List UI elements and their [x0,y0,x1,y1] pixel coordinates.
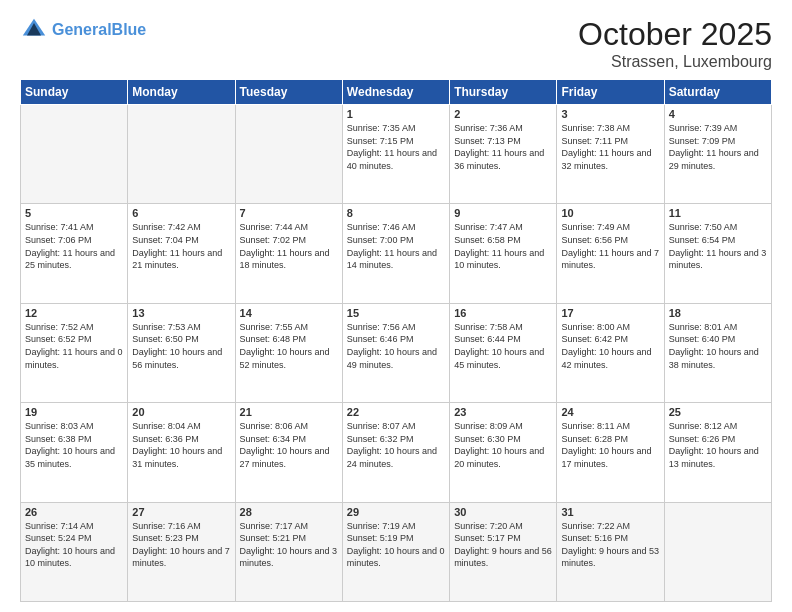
day-info: Sunrise: 7:58 AM Sunset: 6:44 PM Dayligh… [454,321,552,371]
day-info: Sunrise: 8:04 AM Sunset: 6:36 PM Dayligh… [132,420,230,470]
day-number: 8 [347,207,445,219]
day-number: 28 [240,506,338,518]
day-info: Sunrise: 8:01 AM Sunset: 6:40 PM Dayligh… [669,321,767,371]
calendar-day-cell: 21Sunrise: 8:06 AM Sunset: 6:34 PM Dayli… [235,403,342,502]
day-number: 11 [669,207,767,219]
day-number: 14 [240,307,338,319]
day-info: Sunrise: 7:47 AM Sunset: 6:58 PM Dayligh… [454,221,552,271]
day-number: 25 [669,406,767,418]
calendar-day-cell: 20Sunrise: 8:04 AM Sunset: 6:36 PM Dayli… [128,403,235,502]
calendar-day-cell: 7Sunrise: 7:44 AM Sunset: 7:02 PM Daylig… [235,204,342,303]
logo-text: GeneralBlue [52,21,146,39]
day-number: 4 [669,108,767,120]
day-number: 10 [561,207,659,219]
calendar-day-cell: 30Sunrise: 7:20 AM Sunset: 5:17 PM Dayli… [450,502,557,601]
weekday-header: Monday [128,80,235,105]
header: GeneralBlue October 2025 Strassen, Luxem… [20,16,772,71]
page: GeneralBlue October 2025 Strassen, Luxem… [0,0,792,612]
calendar-day-cell [664,502,771,601]
day-number: 5 [25,207,123,219]
day-number: 6 [132,207,230,219]
day-info: Sunrise: 7:41 AM Sunset: 7:06 PM Dayligh… [25,221,123,271]
day-info: Sunrise: 7:38 AM Sunset: 7:11 PM Dayligh… [561,122,659,172]
day-number: 24 [561,406,659,418]
calendar-day-cell: 9Sunrise: 7:47 AM Sunset: 6:58 PM Daylig… [450,204,557,303]
weekday-header: Thursday [450,80,557,105]
calendar-day-cell: 4Sunrise: 7:39 AM Sunset: 7:09 PM Daylig… [664,105,771,204]
day-info: Sunrise: 7:50 AM Sunset: 6:54 PM Dayligh… [669,221,767,271]
day-info: Sunrise: 8:06 AM Sunset: 6:34 PM Dayligh… [240,420,338,470]
day-number: 31 [561,506,659,518]
day-info: Sunrise: 7:55 AM Sunset: 6:48 PM Dayligh… [240,321,338,371]
calendar-day-cell: 6Sunrise: 7:42 AM Sunset: 7:04 PM Daylig… [128,204,235,303]
calendar-day-cell: 3Sunrise: 7:38 AM Sunset: 7:11 PM Daylig… [557,105,664,204]
day-info: Sunrise: 8:07 AM Sunset: 6:32 PM Dayligh… [347,420,445,470]
day-number: 23 [454,406,552,418]
calendar-week-row: 5Sunrise: 7:41 AM Sunset: 7:06 PM Daylig… [21,204,772,303]
day-number: 21 [240,406,338,418]
weekday-header: Wednesday [342,80,449,105]
calendar-week-row: 1Sunrise: 7:35 AM Sunset: 7:15 PM Daylig… [21,105,772,204]
calendar-day-cell: 27Sunrise: 7:16 AM Sunset: 5:23 PM Dayli… [128,502,235,601]
day-info: Sunrise: 7:17 AM Sunset: 5:21 PM Dayligh… [240,520,338,570]
day-info: Sunrise: 7:46 AM Sunset: 7:00 PM Dayligh… [347,221,445,271]
calendar-day-cell: 23Sunrise: 8:09 AM Sunset: 6:30 PM Dayli… [450,403,557,502]
day-info: Sunrise: 7:53 AM Sunset: 6:50 PM Dayligh… [132,321,230,371]
calendar-title: October 2025 [578,16,772,53]
day-info: Sunrise: 7:19 AM Sunset: 5:19 PM Dayligh… [347,520,445,570]
calendar-day-cell [21,105,128,204]
logo-icon [20,16,48,44]
day-info: Sunrise: 7:42 AM Sunset: 7:04 PM Dayligh… [132,221,230,271]
calendar-header-row: SundayMondayTuesdayWednesdayThursdayFrid… [21,80,772,105]
day-info: Sunrise: 8:11 AM Sunset: 6:28 PM Dayligh… [561,420,659,470]
calendar-day-cell: 11Sunrise: 7:50 AM Sunset: 6:54 PM Dayli… [664,204,771,303]
calendar-subtitle: Strassen, Luxembourg [578,53,772,71]
day-info: Sunrise: 7:14 AM Sunset: 5:24 PM Dayligh… [25,520,123,570]
logo-line1: General [52,21,112,38]
calendar-day-cell: 5Sunrise: 7:41 AM Sunset: 7:06 PM Daylig… [21,204,128,303]
logo-line2: Blue [112,21,147,38]
day-info: Sunrise: 7:39 AM Sunset: 7:09 PM Dayligh… [669,122,767,172]
day-number: 26 [25,506,123,518]
day-info: Sunrise: 7:20 AM Sunset: 5:17 PM Dayligh… [454,520,552,570]
calendar-day-cell [128,105,235,204]
calendar-day-cell: 2Sunrise: 7:36 AM Sunset: 7:13 PM Daylig… [450,105,557,204]
day-info: Sunrise: 7:52 AM Sunset: 6:52 PM Dayligh… [25,321,123,371]
day-number: 19 [25,406,123,418]
calendar-day-cell [235,105,342,204]
day-number: 9 [454,207,552,219]
day-number: 18 [669,307,767,319]
day-info: Sunrise: 7:56 AM Sunset: 6:46 PM Dayligh… [347,321,445,371]
calendar-day-cell: 15Sunrise: 7:56 AM Sunset: 6:46 PM Dayli… [342,303,449,402]
calendar-day-cell: 8Sunrise: 7:46 AM Sunset: 7:00 PM Daylig… [342,204,449,303]
calendar-day-cell: 1Sunrise: 7:35 AM Sunset: 7:15 PM Daylig… [342,105,449,204]
calendar-day-cell: 29Sunrise: 7:19 AM Sunset: 5:19 PM Dayli… [342,502,449,601]
day-number: 2 [454,108,552,120]
day-number: 29 [347,506,445,518]
weekday-header: Friday [557,80,664,105]
day-info: Sunrise: 8:12 AM Sunset: 6:26 PM Dayligh… [669,420,767,470]
day-number: 1 [347,108,445,120]
day-info: Sunrise: 7:49 AM Sunset: 6:56 PM Dayligh… [561,221,659,271]
calendar-day-cell: 17Sunrise: 8:00 AM Sunset: 6:42 PM Dayli… [557,303,664,402]
calendar-week-row: 26Sunrise: 7:14 AM Sunset: 5:24 PM Dayli… [21,502,772,601]
day-number: 17 [561,307,659,319]
day-number: 30 [454,506,552,518]
day-info: Sunrise: 7:22 AM Sunset: 5:16 PM Dayligh… [561,520,659,570]
day-number: 20 [132,406,230,418]
calendar-day-cell: 10Sunrise: 7:49 AM Sunset: 6:56 PM Dayli… [557,204,664,303]
day-number: 3 [561,108,659,120]
day-info: Sunrise: 7:35 AM Sunset: 7:15 PM Dayligh… [347,122,445,172]
calendar-day-cell: 16Sunrise: 7:58 AM Sunset: 6:44 PM Dayli… [450,303,557,402]
calendar-day-cell: 24Sunrise: 8:11 AM Sunset: 6:28 PM Dayli… [557,403,664,502]
title-block: October 2025 Strassen, Luxembourg [578,16,772,71]
calendar-day-cell: 22Sunrise: 8:07 AM Sunset: 6:32 PM Dayli… [342,403,449,502]
calendar-day-cell: 12Sunrise: 7:52 AM Sunset: 6:52 PM Dayli… [21,303,128,402]
weekday-header: Saturday [664,80,771,105]
calendar-week-row: 12Sunrise: 7:52 AM Sunset: 6:52 PM Dayli… [21,303,772,402]
day-info: Sunrise: 7:44 AM Sunset: 7:02 PM Dayligh… [240,221,338,271]
calendar-day-cell: 28Sunrise: 7:17 AM Sunset: 5:21 PM Dayli… [235,502,342,601]
calendar-day-cell: 25Sunrise: 8:12 AM Sunset: 6:26 PM Dayli… [664,403,771,502]
day-number: 15 [347,307,445,319]
calendar-day-cell: 18Sunrise: 8:01 AM Sunset: 6:40 PM Dayli… [664,303,771,402]
